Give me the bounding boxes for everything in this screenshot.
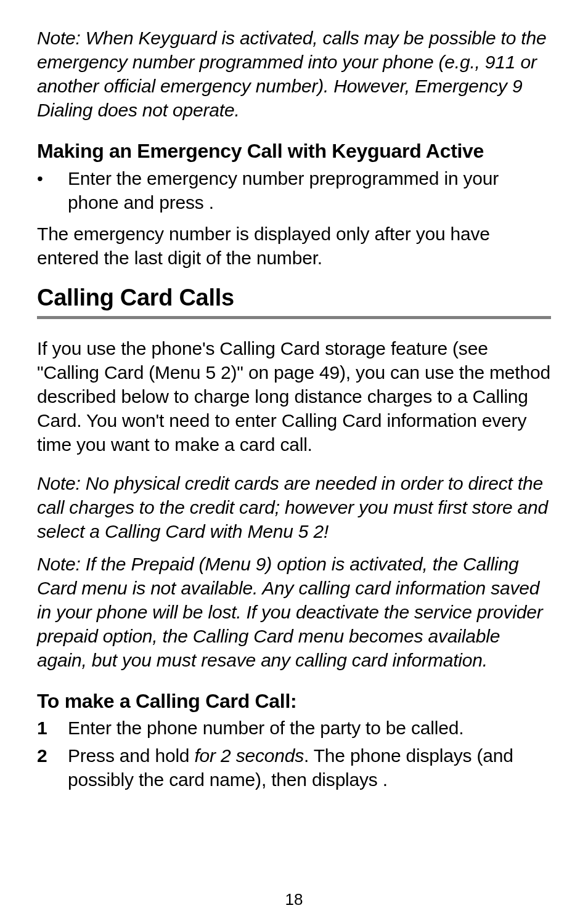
- paragraph-emergency-after: The emergency number is displayed only a…: [37, 222, 551, 270]
- list-item: • Enter the emergency number preprogramm…: [37, 166, 551, 214]
- heading-make-call: To make a Calling Card Call:: [37, 689, 551, 713]
- paragraph-intro: If you use the phone's Calling Card stor…: [37, 336, 551, 456]
- heading-calling-card: Calling Card Calls: [37, 285, 551, 311]
- page-number: 18: [0, 890, 588, 909]
- step-number: 1: [37, 716, 68, 740]
- note-prepaid: Note: If the Prepaid (Menu 9) option is …: [37, 552, 551, 672]
- step2-part-a: Press and hold: [68, 745, 194, 766]
- note-credit: Note: No physical credit cards are neede…: [37, 471, 551, 543]
- step-text: Press and hold for 2 seconds. The phone …: [68, 744, 551, 792]
- heading-emergency: Making an Emergency Call with Keyguard A…: [37, 139, 551, 163]
- step-text: Enter the phone number of the party to b…: [68, 716, 551, 740]
- bullet-text: Enter the emergency number preprogrammed…: [68, 166, 551, 214]
- divider: [37, 316, 551, 319]
- step-number: 2: [37, 744, 68, 768]
- document-page: Note: When Keyguard is activated, calls …: [0, 0, 588, 924]
- note-keyguard: Note: When Keyguard is activated, calls …: [37, 26, 551, 122]
- list-item: 2 Press and hold for 2 seconds. The phon…: [37, 744, 551, 792]
- bullet-icon: •: [37, 166, 68, 190]
- step2-part-b: for 2 seconds: [194, 745, 304, 766]
- list-item: 1 Enter the phone number of the party to…: [37, 716, 551, 740]
